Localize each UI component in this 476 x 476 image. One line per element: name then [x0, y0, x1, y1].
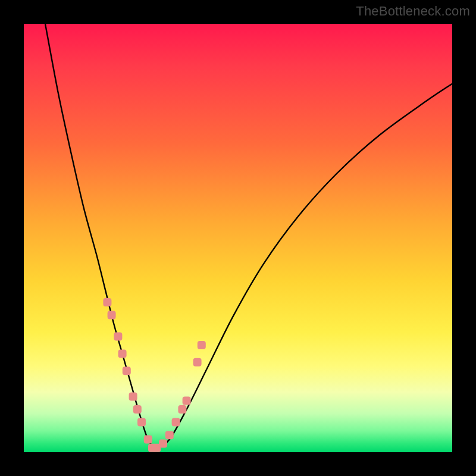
- marker-point: [108, 311, 116, 320]
- marker-point: [103, 298, 111, 306]
- marker-point: [159, 440, 167, 448]
- marker-point: [137, 418, 146, 427]
- marker-point: [178, 405, 186, 414]
- marker-point: [165, 431, 174, 439]
- chart-frame: TheBottleneck.com: [0, 0, 476, 476]
- marker-point: [183, 397, 191, 405]
- marker-point: [172, 418, 180, 427]
- watermark-text: TheBottleneck.com: [356, 4, 470, 19]
- plot-area: [24, 24, 452, 452]
- marker-point: [129, 392, 137, 400]
- bottleneck-curve: [45, 24, 452, 448]
- curve-line: [45, 24, 452, 448]
- marker-point: [144, 435, 152, 443]
- marker-point: [198, 341, 206, 349]
- marker-point: [118, 349, 127, 358]
- marker-point: [193, 358, 202, 367]
- curve-svg: [24, 24, 452, 452]
- marker-point: [133, 405, 142, 414]
- marker-point: [114, 333, 122, 341]
- marker-point: [123, 367, 131, 375]
- highlighted-points: [103, 298, 205, 452]
